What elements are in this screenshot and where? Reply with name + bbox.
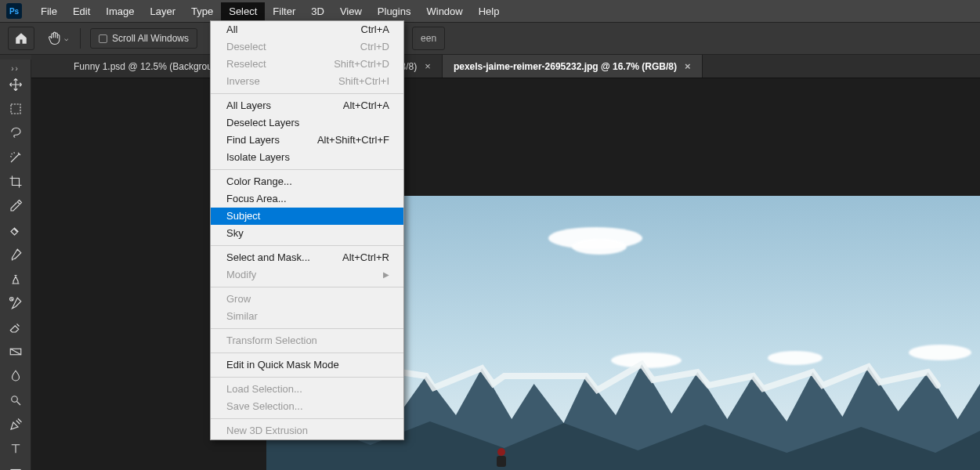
document-tab-2[interactable]: pexels-jaime-reimer-2695232.jpg @ 16.7% … — [443, 55, 703, 78]
menu-separator — [211, 328, 403, 329]
svg-rect-0 — [11, 104, 20, 114]
menu-item-shortcut: Shift+Ctrl+D — [334, 56, 389, 72]
rectangle-tool[interactable] — [3, 461, 28, 470]
scroll-all-label: Scroll All Windows — [112, 33, 189, 44]
submenu-arrow-icon: ▶ — [383, 267, 389, 283]
gradient-tool[interactable] — [3, 340, 28, 363]
move-tool[interactable] — [3, 73, 28, 96]
menu-item-shortcut: Alt+Shift+Ctrl+F — [317, 132, 389, 148]
menu-item-load-selection: Load Selection... — [211, 381, 403, 398]
eyedropper-tool[interactable] — [3, 194, 28, 218]
menu-item-label: All — [226, 22, 237, 38]
hand-tool-indicator[interactable]: ⌵ — [44, 27, 71, 50]
menu-item-edit-in-quick-mask-mode[interactable]: Edit in Quick Mask Mode — [211, 356, 403, 374]
menu-item-label: Load Selection... — [226, 381, 302, 397]
brush-tool[interactable] — [3, 243, 28, 266]
menu-item-all[interactable]: AllCtrl+A — [211, 21, 403, 38]
dodge-tool[interactable] — [3, 389, 28, 412]
menu-image[interactable]: Image — [98, 2, 142, 20]
menu-file[interactable]: File — [33, 2, 65, 20]
menu-item-label: Modify — [226, 267, 256, 283]
document-area — [31, 78, 980, 470]
menu-item-reselect: ReselectShift+Ctrl+D — [211, 56, 403, 73]
menu-item-label: Edit in Quick Mask Mode — [226, 357, 339, 373]
tab-close-icon[interactable]: × — [685, 60, 691, 72]
svg-point-3 — [11, 396, 17, 403]
menu-item-subject[interactable]: Subject — [211, 208, 403, 225]
menu-item-inverse: InverseShift+Ctrl+I — [211, 73, 403, 90]
menu-item-shortcut: Ctrl+A — [361, 22, 389, 38]
type-tool[interactable] — [3, 437, 28, 461]
menu-item-sky[interactable]: Sky — [211, 225, 403, 242]
app-logo: Ps — [6, 3, 22, 19]
menu-help[interactable]: Help — [471, 2, 508, 20]
person-figure — [494, 448, 509, 470]
lasso-tool[interactable] — [3, 121, 28, 145]
menu-separator — [211, 169, 403, 170]
tab-label: pexels-jaime-reimer-2695232.jpg @ 16.7% … — [454, 61, 677, 72]
home-button[interactable] — [8, 27, 34, 50]
menu-window[interactable]: Window — [418, 2, 470, 20]
menu-layer[interactable]: Layer — [143, 2, 184, 20]
menu-item-find-layers[interactable]: Find LayersAlt+Shift+Ctrl+F — [211, 132, 403, 149]
menu-item-label: New 3D Extrusion — [226, 423, 308, 439]
menu-item-label: Find Layers — [226, 132, 280, 148]
document-tab-0[interactable]: Funny 1.psd @ 12.5% (Backgrou — [63, 55, 224, 78]
menu-plugins[interactable]: Plugins — [370, 2, 419, 20]
menubar: Ps FileEditImageLayerTypeSelectFilter3DV… — [0, 0, 980, 22]
menu-item-label: Deselect — [226, 39, 266, 55]
history-brush-tool[interactable] — [3, 291, 28, 315]
menu-type[interactable]: Type — [183, 2, 221, 20]
menu-separator — [211, 352, 403, 353]
menu-item-shortcut: Shift+Ctrl+I — [338, 74, 389, 89]
marquee-tool[interactable] — [3, 97, 28, 121]
menu-item-label: Isolate Layers — [226, 150, 290, 165]
menu-view[interactable]: View — [332, 2, 370, 20]
menu-item-isolate-layers[interactable]: Isolate Layers — [211, 149, 403, 166]
menu-item-label: Inverse — [226, 74, 260, 89]
crop-tool[interactable] — [3, 170, 28, 193]
menu-item-label: Deselect Layers — [226, 115, 299, 131]
scroll-all-windows-checkbox[interactable]: Scroll All Windows — [90, 28, 197, 49]
menu-select[interactable]: Select — [221, 2, 265, 20]
menu-item-save-selection: Save Selection... — [211, 398, 403, 415]
menu-separator — [211, 418, 403, 419]
clone-stamp-tool[interactable] — [3, 267, 28, 291]
menu-separator — [211, 245, 403, 246]
tab-close-icon[interactable]: × — [425, 60, 431, 72]
menu-item-label: Subject — [226, 208, 260, 224]
document-tabs: Funny 1.psd @ 12.5% (Backgrou-piacquadio… — [31, 55, 980, 78]
menu-item-deselect: DeselectCtrl+D — [211, 38, 403, 56]
menu-item-focus-area[interactable]: Focus Area... — [211, 190, 403, 208]
menu-item-select-and-mask[interactable]: Select and Mask...Alt+Ctrl+R — [211, 249, 403, 266]
menu-item-deselect-layers[interactable]: Deselect Layers — [211, 114, 403, 132]
eraser-tool[interactable] — [3, 316, 28, 339]
menu-item-shortcut: Alt+Ctrl+R — [342, 250, 389, 266]
checkbox-box[interactable] — [99, 34, 107, 43]
menu-item-shortcut: Ctrl+D — [360, 39, 389, 55]
menu-item-color-range[interactable]: Color Range... — [211, 173, 403, 190]
healing-brush-tool[interactable] — [3, 219, 28, 242]
menu-item-label: Focus Area... — [226, 191, 287, 207]
menu-item-all-layers[interactable]: All LayersAlt+Ctrl+A — [211, 97, 403, 114]
blur-tool[interactable] — [3, 364, 28, 388]
menu-item-label: Select and Mask... — [226, 250, 310, 266]
toolbar-toggle[interactable]: ›› — [0, 64, 31, 72]
menu-filter[interactable]: Filter — [265, 2, 303, 20]
menu-item-modify: Modify▶ — [211, 266, 403, 284]
menu-item-transform-selection: Transform Selection — [211, 332, 403, 349]
menu-item-label: Color Range... — [226, 174, 292, 190]
menu-item-similar: Similar — [211, 308, 403, 325]
menu-edit[interactable]: Edit — [65, 2, 98, 20]
options-bar: ⌵ Scroll All Windows een — [0, 22, 980, 55]
menu-3d[interactable]: 3D — [303, 2, 332, 20]
menu-item-shortcut: Alt+Ctrl+A — [343, 98, 389, 114]
tools-panel: ›› — [0, 60, 31, 470]
magic-wand-tool[interactable] — [3, 146, 28, 169]
pen-tool[interactable] — [3, 413, 28, 436]
obscured-button[interactable]: een — [412, 27, 445, 50]
menu-item-label: Sky — [226, 226, 244, 241]
menu-item-grow: Grow — [211, 291, 403, 308]
menu-separator — [211, 93, 403, 94]
menu-item-new-3d-extrusion: New 3D Extrusion — [211, 422, 403, 439]
